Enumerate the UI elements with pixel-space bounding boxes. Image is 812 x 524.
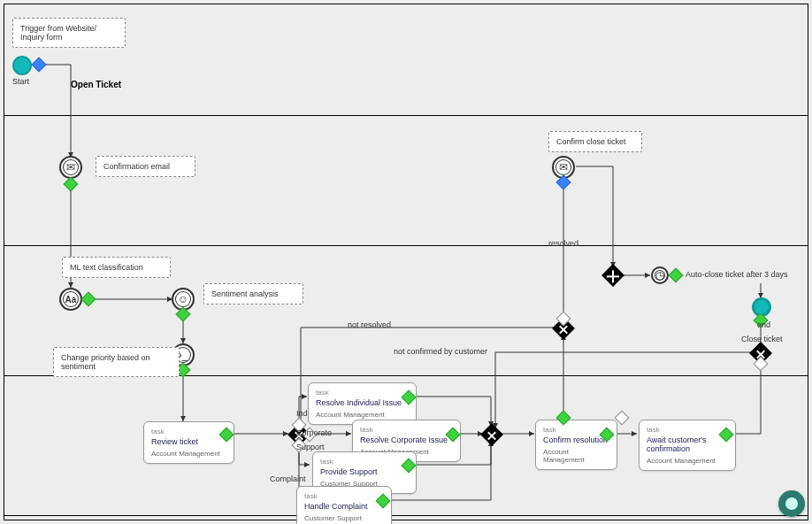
note-ml-classification: ML text classification (62, 257, 171, 278)
classification-event[interactable]: Aa (59, 288, 82, 311)
task-role: Account Management (151, 450, 226, 458)
note-sentiment: Sentiment analysis (203, 283, 303, 304)
text-icon: Aa (65, 295, 77, 304)
clock-icon: ◷ (655, 269, 664, 281)
task-resolve-individual[interactable]: task Resolve Individual Issue Account Ma… (308, 382, 417, 425)
task-type: task (360, 426, 453, 434)
lane-divider (4, 115, 808, 116)
task-name: Provide Support (320, 467, 409, 476)
task-type: task (316, 389, 409, 397)
note-text: ML text classification (70, 263, 143, 272)
end-label: end (757, 320, 770, 329)
task-name: Await customer's confirmation (647, 435, 728, 453)
task-role: Customer Support (304, 514, 384, 522)
task-type: task (647, 426, 728, 434)
close-ticket-label: Close ticket (741, 335, 783, 343)
label-resolved: resolved (548, 239, 578, 248)
task-name: Handle Complaint (304, 502, 384, 511)
note-confirm-close: Confirm close ticket (548, 131, 642, 152)
lane-divider (4, 515, 808, 516)
note-text: Change priority based on sentiment (61, 353, 150, 371)
task-type: task (543, 426, 609, 434)
envelope-icon: ✉ (66, 161, 75, 173)
envelope-icon: ✉ (559, 161, 568, 173)
task-role: Account Management (316, 411, 409, 419)
lane-divider (4, 245, 808, 246)
start-label: Start (12, 77, 29, 86)
task-name: Review ticket (151, 437, 226, 446)
note-trigger: Trigger from Website/ Inquiry form (12, 18, 126, 48)
branch-corporate: Corporate (296, 428, 332, 437)
label-auto-close: Auto-close ticket after 3 days (686, 270, 788, 279)
task-name: Confirm resolution (543, 435, 609, 444)
branch-complaint: Complaint (270, 474, 306, 483)
start-event[interactable] (12, 56, 32, 75)
open-ticket-label: Open Ticket (71, 80, 121, 89)
face-icon: ☺ (178, 293, 188, 305)
task-role: Account Management (543, 448, 609, 464)
task-name: Resolve Individual Issue (316, 398, 409, 407)
task-type: task (304, 492, 384, 500)
note-text: Confirm close ticket (556, 137, 626, 146)
mail-event[interactable]: ✉ (59, 156, 82, 179)
note-change-priority: Change priority based on sentiment (53, 347, 180, 377)
task-await-confirmation[interactable]: task Await customer's confirmation Accou… (639, 420, 736, 471)
task-type: task (151, 428, 226, 435)
task-name: Resolve Corporate Issue (360, 435, 453, 444)
help-avatar[interactable] (778, 490, 805, 517)
task-role: Account Management (647, 457, 728, 465)
note-text: Confirmation email (103, 162, 170, 171)
task-type: task (320, 458, 409, 466)
branch-support: Support (296, 443, 325, 451)
terminal-icon: ›_ (179, 349, 188, 361)
label-not-confirmed: not confirmed by customer (394, 347, 487, 356)
timer-event[interactable]: ◷ (651, 266, 669, 284)
task-review-ticket[interactable]: task Review ticket Account Management (143, 421, 234, 464)
label-not-resolved: not resolved (348, 320, 391, 329)
note-text: Trigger from Website/ Inquiry form (20, 24, 96, 42)
task-handle-complaint[interactable]: task Handle Complaint Customer Support (296, 486, 392, 524)
note-confirmation-email: Confirmation email (96, 156, 195, 177)
note-text: Sentiment analysis (211, 289, 279, 298)
